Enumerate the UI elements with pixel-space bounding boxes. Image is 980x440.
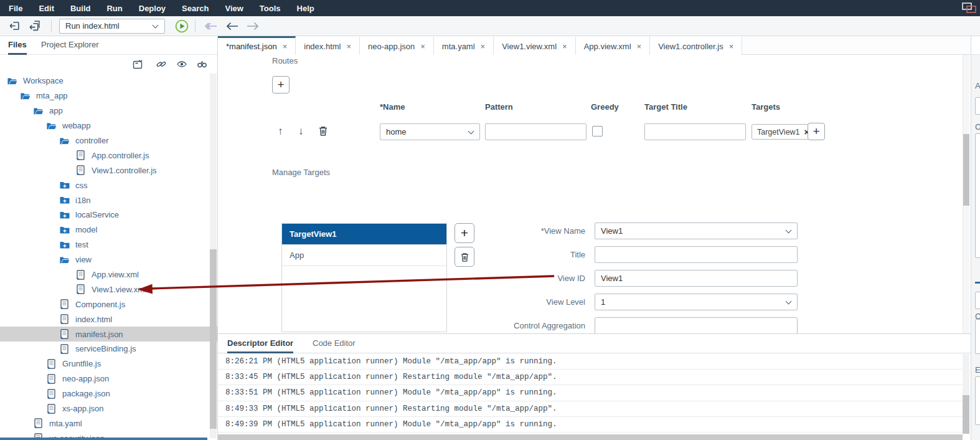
overlapping-windows-icon[interactable]: [960, 2, 979, 14]
scrollbar-thumb[interactable]: [963, 395, 969, 434]
tree-item-css[interactable]: css: [0, 178, 218, 193]
editor-tab-app-view-xml[interactable]: App.view.xml×: [576, 36, 650, 55]
search-files-icon[interactable]: [197, 59, 207, 69]
tree-item-xs-app-json[interactable]: xs-app.json: [0, 401, 218, 416]
close-icon[interactable]: ×: [562, 42, 567, 51]
tree-item-label: mta_app: [36, 91, 68, 100]
tab-files[interactable]: Files: [8, 36, 27, 55]
menu-item-help[interactable]: Help: [297, 4, 314, 13]
tab-label: App.view.xml: [584, 42, 631, 51]
folder-collapsed-icon: [60, 181, 70, 189]
tree-item-model[interactable]: model: [0, 222, 218, 237]
tree-horizontal-scrollbar[interactable]: [0, 438, 207, 440]
link-with-editor-icon[interactable]: [156, 59, 166, 69]
tree-item-mta-app[interactable]: mta_app: [0, 88, 218, 103]
menu-item-file[interactable]: File: [9, 4, 22, 13]
export-clone-icon[interactable]: [29, 20, 41, 32]
targets-list-item-targetview1[interactable]: TargetView1: [282, 224, 446, 245]
tree-item-servicebinding-js[interactable]: serviceBinding.js: [0, 342, 218, 356]
navigate-back-icon[interactable]: [225, 22, 239, 31]
navigate-forward-icon[interactable]: [246, 22, 260, 31]
greedy-checkbox[interactable]: [592, 126, 603, 136]
right-panel-partial-field[interactable]: [975, 97, 980, 115]
tree-item-localservice[interactable]: localService: [0, 208, 218, 222]
tab-descriptor-editor[interactable]: Descriptor Editor: [227, 334, 293, 353]
tree-item-controller[interactable]: controller: [0, 133, 218, 148]
tree-item-view[interactable]: view: [0, 252, 218, 267]
tree-item-i18n[interactable]: i18n: [0, 193, 218, 208]
tab-project-explorer[interactable]: Project Explorer: [41, 36, 98, 55]
menu-item-run[interactable]: Run: [106, 4, 122, 13]
tree-item-webapp[interactable]: webapp: [0, 118, 218, 133]
menu-item-build[interactable]: Build: [70, 4, 91, 13]
column-header-name: *Name: [380, 102, 405, 112]
console-horizontal-scrollbar[interactable]: [218, 434, 963, 440]
editor-tab-view1-view-xml[interactable]: View1.view.xml×: [494, 36, 576, 55]
route-pattern-input[interactable]: [486, 124, 586, 140]
menu-item-edit[interactable]: Edit: [39, 4, 54, 13]
tree-item-app-view-xml[interactable]: App.view.xml: [0, 267, 218, 282]
move-route-up-icon[interactable]: ↑: [278, 123, 283, 140]
editor-tab-manifest-json[interactable]: *manifest.json×: [218, 36, 296, 55]
close-icon[interactable]: ×: [481, 42, 486, 51]
route-name-select[interactable]: home: [380, 123, 480, 140]
export-project-icon[interactable]: [9, 20, 21, 32]
tree-item-gruntfile-js[interactable]: Gruntfile.js: [0, 356, 218, 371]
right-panel-partial-field[interactable]: [975, 319, 980, 354]
add-target-button[interactable]: +: [808, 123, 825, 140]
menu-item-view[interactable]: View: [225, 4, 243, 13]
editor-tab-neo-app-json[interactable]: neo-app.json×: [360, 36, 434, 55]
view-level-select[interactable]: 1: [595, 294, 798, 310]
file-tree-scrollbar[interactable]: [210, 74, 217, 438]
right-panel-link-icon[interactable]: [975, 282, 980, 284]
run-configuration-select[interactable]: Run index.html: [59, 19, 165, 34]
tree-item-app[interactable]: app: [0, 103, 218, 118]
target-title-input[interactable]: [645, 124, 745, 140]
target-token[interactable]: TargetView1 ×: [751, 124, 815, 140]
tree-item-manifest-json[interactable]: manifest.json: [0, 327, 218, 342]
tree-item-component-js[interactable]: Component.js: [0, 297, 218, 312]
collapse-all-icon[interactable]: [133, 59, 143, 69]
editor-tab-index-html[interactable]: index.html×: [296, 36, 360, 55]
tree-item-view1-view-xml[interactable]: View1.view.xml: [0, 282, 218, 297]
targets-list-item-app[interactable]: App: [282, 245, 446, 266]
scrollbar-thumb[interactable]: [963, 134, 969, 206]
view-id-input[interactable]: [595, 270, 797, 286]
tab-code-editor[interactable]: Code Editor: [313, 334, 356, 353]
right-panel-partial-field[interactable]: [975, 292, 980, 309]
menu-item-tools[interactable]: Tools: [260, 4, 281, 13]
add-route-button[interactable]: +: [272, 76, 290, 93]
tree-item-package-json[interactable]: package.json: [0, 386, 218, 401]
tree-item-mta-yaml[interactable]: mta.yaml: [0, 416, 218, 431]
control-aggregation-input[interactable]: [595, 318, 797, 333]
title-input[interactable]: [595, 247, 797, 262]
scrollbar-thumb[interactable]: [210, 249, 217, 429]
right-panel-partial-field[interactable]: [975, 376, 980, 425]
right-panel-partial-field[interactable]: [975, 133, 980, 258]
close-icon[interactable]: ×: [420, 42, 425, 51]
close-icon[interactable]: ×: [637, 42, 642, 51]
last-edit-location-icon[interactable]: [204, 22, 218, 31]
file-icon: [76, 270, 86, 280]
tree-item-workspace[interactable]: Workspace: [0, 74, 218, 88]
show-hidden-files-icon[interactable]: [177, 59, 187, 69]
delete-route-icon[interactable]: [318, 125, 328, 136]
editor-scrollbar[interactable]: [963, 55, 969, 333]
tree-item-neo-app-json[interactable]: neo-app.json: [0, 371, 218, 386]
tree-item-view1-controller-js[interactable]: View1.controller.js: [0, 163, 218, 178]
run-button[interactable]: [175, 19, 189, 33]
close-icon[interactable]: ×: [729, 42, 734, 51]
console-scrollbar[interactable]: [963, 354, 969, 434]
close-icon[interactable]: ×: [283, 42, 288, 51]
tree-item-app-controller-js[interactable]: App.controller.js: [0, 148, 218, 163]
menu-item-deploy[interactable]: Deploy: [139, 4, 166, 13]
close-icon[interactable]: ×: [347, 42, 352, 51]
tree-item-test[interactable]: test: [0, 237, 218, 252]
view-name-select[interactable]: View1: [595, 222, 798, 239]
editor-tab-mta-yaml[interactable]: mta.yaml×: [434, 36, 494, 55]
move-route-down-icon[interactable]: ↓: [298, 123, 304, 140]
title-label: Title: [461, 246, 585, 263]
tree-item-index-html[interactable]: index.html: [0, 312, 218, 327]
menu-item-search[interactable]: Search: [182, 4, 209, 13]
editor-tab-view1-controller-js[interactable]: View1.controller.js×: [650, 36, 742, 55]
